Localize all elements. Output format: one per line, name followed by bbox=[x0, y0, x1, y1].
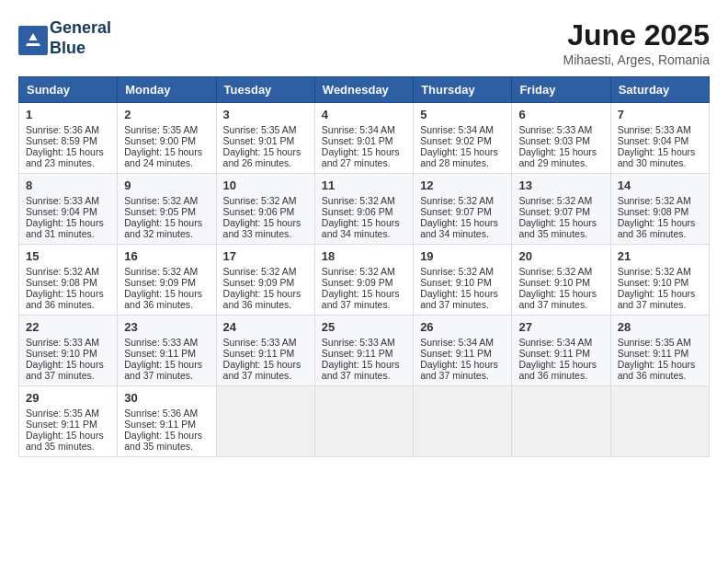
calendar-cell: 30 Sunrise: 5:36 AM Sunset: 9:11 PM Dayl… bbox=[118, 386, 216, 457]
sunset: Sunset: 9:02 PM bbox=[420, 135, 492, 146]
day-number: 23 bbox=[124, 320, 209, 334]
sunset: Sunset: 9:06 PM bbox=[223, 206, 295, 217]
calendar-header-sunday: Sunday bbox=[19, 77, 118, 103]
calendar-week-1: 1 Sunrise: 5:36 AM Sunset: 8:59 PM Dayli… bbox=[19, 103, 710, 174]
calendar-cell: 22 Sunrise: 5:33 AM Sunset: 9:10 PM Dayl… bbox=[19, 316, 118, 386]
calendar-header-tuesday: Tuesday bbox=[216, 77, 314, 103]
day-number: 28 bbox=[618, 320, 702, 334]
daylight: Daylight: 15 hours and 37 minutes. bbox=[322, 288, 400, 310]
calendar-cell: 15 Sunrise: 5:32 AM Sunset: 9:08 PM Dayl… bbox=[19, 245, 118, 316]
sunrise: Sunrise: 5:34 AM bbox=[420, 124, 494, 135]
calendar-cell: 8 Sunrise: 5:33 AM Sunset: 9:04 PM Dayli… bbox=[19, 174, 118, 245]
daylight: Daylight: 15 hours and 37 minutes. bbox=[223, 359, 301, 381]
calendar-cell bbox=[414, 386, 512, 457]
daylight: Daylight: 15 hours and 29 minutes. bbox=[518, 146, 597, 168]
calendar-cell: 14 Sunrise: 5:32 AM Sunset: 9:08 PM Dayl… bbox=[610, 174, 709, 245]
calendar-cell: 20 Sunrise: 5:32 AM Sunset: 9:10 PM Dayl… bbox=[512, 245, 610, 316]
day-number: 27 bbox=[518, 320, 603, 334]
sunrise: Sunrise: 5:33 AM bbox=[26, 195, 99, 206]
day-number: 1 bbox=[26, 108, 110, 121]
calendar: SundayMondayTuesdayWednesdayThursdayFrid… bbox=[18, 76, 710, 457]
sunset: Sunset: 9:07 PM bbox=[518, 206, 590, 217]
sunrise: Sunrise: 5:35 AM bbox=[618, 337, 691, 348]
daylight: Daylight: 15 hours and 37 minutes. bbox=[124, 359, 202, 381]
daylight: Daylight: 15 hours and 35 minutes. bbox=[124, 430, 202, 452]
sunrise: Sunrise: 5:32 AM bbox=[420, 266, 494, 277]
day-number: 4 bbox=[322, 108, 406, 121]
sunset: Sunset: 9:11 PM bbox=[322, 348, 393, 359]
daylight: Daylight: 15 hours and 36 minutes. bbox=[223, 288, 301, 310]
sunset: Sunset: 9:11 PM bbox=[124, 348, 196, 359]
sunset: Sunset: 9:04 PM bbox=[618, 135, 689, 146]
sunset: Sunset: 9:07 PM bbox=[420, 206, 492, 217]
calendar-cell: 10 Sunrise: 5:32 AM Sunset: 9:06 PM Dayl… bbox=[216, 174, 314, 245]
sunrise: Sunrise: 5:32 AM bbox=[26, 266, 99, 277]
sunset: Sunset: 9:08 PM bbox=[26, 277, 97, 288]
sunrise: Sunrise: 5:36 AM bbox=[26, 124, 99, 135]
sunrise: Sunrise: 5:33 AM bbox=[618, 124, 691, 135]
sunrise: Sunrise: 5:36 AM bbox=[124, 408, 198, 419]
daylight: Daylight: 15 hours and 36 minutes. bbox=[26, 288, 104, 310]
day-number: 29 bbox=[26, 391, 110, 405]
day-number: 19 bbox=[420, 249, 505, 263]
daylight: Daylight: 15 hours and 37 minutes. bbox=[618, 288, 696, 310]
day-number: 3 bbox=[223, 108, 308, 121]
logo-line2: Blue bbox=[50, 39, 111, 59]
sunrise: Sunrise: 5:32 AM bbox=[322, 195, 395, 206]
sunset: Sunset: 9:11 PM bbox=[618, 348, 689, 359]
calendar-cell: 4 Sunrise: 5:34 AM Sunset: 9:01 PM Dayli… bbox=[314, 103, 413, 174]
calendar-cell: 3 Sunrise: 5:35 AM Sunset: 9:01 PM Dayli… bbox=[216, 103, 314, 174]
day-number: 16 bbox=[124, 249, 209, 263]
day-number: 22 bbox=[26, 320, 110, 334]
sunset: Sunset: 9:10 PM bbox=[618, 277, 689, 288]
day-number: 14 bbox=[618, 178, 702, 192]
sunset: Sunset: 9:06 PM bbox=[322, 206, 393, 217]
calendar-header-thursday: Thursday bbox=[414, 77, 512, 103]
sunrise: Sunrise: 5:33 AM bbox=[322, 337, 395, 348]
sunset: Sunset: 9:09 PM bbox=[322, 277, 393, 288]
calendar-week-4: 22 Sunrise: 5:33 AM Sunset: 9:10 PM Dayl… bbox=[19, 316, 710, 386]
sunset: Sunset: 9:11 PM bbox=[124, 419, 196, 430]
daylight: Daylight: 15 hours and 37 minutes. bbox=[518, 288, 597, 310]
day-number: 12 bbox=[420, 178, 505, 192]
day-number: 15 bbox=[26, 249, 110, 263]
calendar-cell: 23 Sunrise: 5:33 AM Sunset: 9:11 PM Dayl… bbox=[118, 316, 216, 386]
day-number: 21 bbox=[618, 249, 702, 263]
calendar-cell: 2 Sunrise: 5:35 AM Sunset: 9:00 PM Dayli… bbox=[118, 103, 216, 174]
sunrise: Sunrise: 5:35 AM bbox=[26, 408, 99, 419]
calendar-cell bbox=[610, 386, 709, 457]
sunrise: Sunrise: 5:32 AM bbox=[124, 266, 198, 277]
month-title: June 2025 bbox=[563, 18, 710, 52]
day-number: 2 bbox=[124, 108, 209, 121]
daylight: Daylight: 15 hours and 23 minutes. bbox=[26, 146, 104, 168]
sunset: Sunset: 9:01 PM bbox=[322, 135, 393, 146]
calendar-cell: 16 Sunrise: 5:32 AM Sunset: 9:09 PM Dayl… bbox=[118, 245, 216, 316]
day-number: 24 bbox=[223, 320, 308, 334]
calendar-cell: 9 Sunrise: 5:32 AM Sunset: 9:05 PM Dayli… bbox=[118, 174, 216, 245]
calendar-week-3: 15 Sunrise: 5:32 AM Sunset: 9:08 PM Dayl… bbox=[19, 245, 710, 316]
calendar-cell: 26 Sunrise: 5:34 AM Sunset: 9:11 PM Dayl… bbox=[414, 316, 512, 386]
calendar-cell: 24 Sunrise: 5:33 AM Sunset: 9:11 PM Dayl… bbox=[216, 316, 314, 386]
sunrise: Sunrise: 5:33 AM bbox=[26, 337, 99, 348]
sunset: Sunset: 9:11 PM bbox=[26, 419, 97, 430]
logo-text: General Blue bbox=[50, 18, 111, 58]
sunset: Sunset: 9:10 PM bbox=[420, 277, 492, 288]
title-area: June 2025 Mihaesti, Arges, Romania bbox=[563, 18, 710, 67]
calendar-cell: 21 Sunrise: 5:32 AM Sunset: 9:10 PM Dayl… bbox=[610, 245, 709, 316]
calendar-cell: 13 Sunrise: 5:32 AM Sunset: 9:07 PM Dayl… bbox=[512, 174, 610, 245]
calendar-cell bbox=[314, 386, 413, 457]
sunset: Sunset: 9:10 PM bbox=[518, 277, 590, 288]
sunrise: Sunrise: 5:32 AM bbox=[518, 266, 592, 277]
daylight: Daylight: 15 hours and 35 minutes. bbox=[26, 430, 104, 452]
calendar-cell: 6 Sunrise: 5:33 AM Sunset: 9:03 PM Dayli… bbox=[512, 103, 610, 174]
sunrise: Sunrise: 5:34 AM bbox=[518, 337, 592, 348]
sunset: Sunset: 9:08 PM bbox=[618, 206, 689, 217]
day-number: 17 bbox=[223, 249, 308, 263]
location-subtitle: Mihaesti, Arges, Romania bbox=[563, 52, 710, 67]
daylight: Daylight: 15 hours and 36 minutes. bbox=[518, 359, 597, 381]
day-number: 11 bbox=[322, 178, 406, 192]
day-number: 5 bbox=[420, 108, 505, 121]
daylight: Daylight: 15 hours and 32 minutes. bbox=[124, 217, 202, 239]
sunrise: Sunrise: 5:32 AM bbox=[618, 195, 691, 206]
sunset: Sunset: 9:10 PM bbox=[26, 348, 97, 359]
